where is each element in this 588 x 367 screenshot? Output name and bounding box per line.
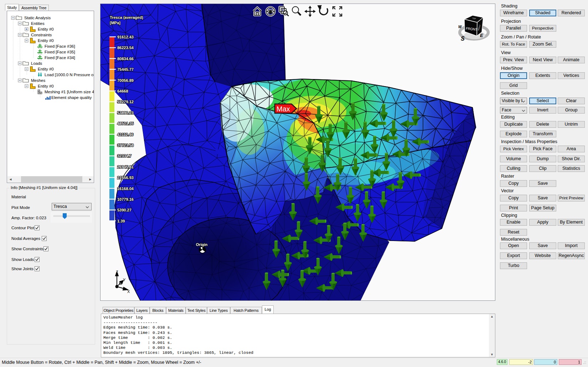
svg-text:E: E <box>480 33 483 38</box>
svg-text:86223.54: 86223.54 <box>117 46 134 50</box>
svg-text:80834.66: 80834.66 <box>117 57 134 61</box>
svg-text:Load [1000.0 N Pressure on: Load [1000.0 N Pressure on <box>45 73 94 77</box>
svg-text:Origin: Origin <box>196 242 208 247</box>
svg-text:Element shape quality: Element shape quality <box>51 95 92 100</box>
svg-text:70056.89: 70056.89 <box>117 78 134 83</box>
svg-text:48501.35: 48501.35 <box>117 121 134 126</box>
svg-text:Entity #0: Entity #0 <box>38 27 54 31</box>
svg-text:43112.46: 43112.46 <box>117 132 133 137</box>
svg-text:Tresca (averaged): Tresca (averaged) <box>110 15 143 20</box>
svg-text:10779.16: 10779.16 <box>117 197 134 201</box>
svg-text:X: X <box>127 289 130 294</box>
svg-text:[MPa]: [MPa] <box>110 21 120 25</box>
svg-text:Y: Y <box>123 278 126 282</box>
svg-text:Static Analysis: Static Analysis <box>24 16 51 20</box>
svg-text:21556.93: 21556.93 <box>117 175 134 180</box>
svg-text:91612.43: 91612.43 <box>117 35 134 39</box>
svg-text:Fixed [Face #35]: Fixed [Face #35] <box>45 50 75 54</box>
svg-text:32334.7: 32334.7 <box>117 154 131 158</box>
svg-text:Entity #0: Entity #0 <box>38 38 54 43</box>
svg-text:75445.77: 75445.77 <box>117 67 134 72</box>
svg-text:Meshes: Meshes <box>31 78 46 83</box>
svg-text:Fixed [Face #36]: Fixed [Face #36] <box>45 44 75 48</box>
svg-text:5390.27: 5390.27 <box>117 208 131 212</box>
svg-text:59279.12: 59279.12 <box>117 100 134 104</box>
svg-text:37723.58: 37723.58 <box>117 143 134 147</box>
svg-text:26945.81: 26945.81 <box>117 165 134 169</box>
svg-text:64668: 64668 <box>117 89 128 93</box>
svg-text:Entity #0: Entity #0 <box>38 67 54 71</box>
svg-text:16168.04: 16168.04 <box>117 187 134 191</box>
svg-text:W: W <box>458 25 462 29</box>
svg-text:53890.23: 53890.23 <box>117 111 134 115</box>
svg-text:Meshing #1 [Uniform size 4.0: Meshing #1 [Uniform size 4.0 <box>45 90 94 94</box>
svg-text:Entities: Entities <box>31 21 45 26</box>
svg-text:Entity #0: Entity #0 <box>38 84 54 88</box>
svg-text:Max: Max <box>277 105 290 113</box>
svg-text:Z: Z <box>116 270 118 274</box>
svg-text:Fixed [Face #34]: Fixed [Face #34] <box>45 56 75 60</box>
svg-text:Constraints: Constraints <box>31 33 52 37</box>
svg-text:Loads: Loads <box>31 61 42 65</box>
svg-text:S: S <box>461 36 465 42</box>
svg-text:1.39: 1.39 <box>117 219 125 223</box>
